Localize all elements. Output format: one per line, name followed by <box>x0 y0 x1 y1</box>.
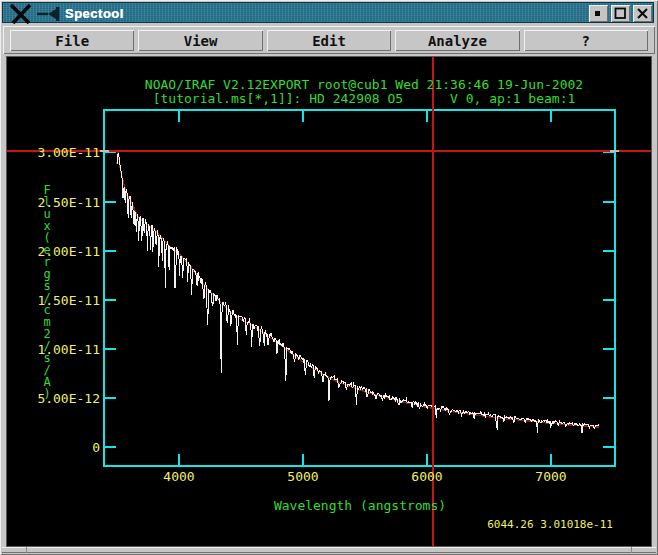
y-tick-label: 2.50E-11 <box>28 195 100 210</box>
plot-header-line2: [tutorial.ms[*,1]]: HD 242908 O5 V 0, ap… <box>153 91 576 106</box>
pushpin-icon <box>37 5 61 27</box>
menu-file[interactable]: File <box>10 30 134 51</box>
spectool-window: Spectool File View Edit Analyze ? NOAO/I… <box>0 0 658 555</box>
minimize-icon <box>592 7 605 20</box>
y-tick-label: 1.50E-11 <box>28 293 100 308</box>
x-tick-label: 4000 <box>163 469 194 484</box>
y-axis-title: Flux (ergs/cm2/s/A) <box>40 184 54 400</box>
plot-header-line1: NOAO/IRAF V2.12EXPORT root@cub1 Wed 21:3… <box>145 77 583 92</box>
maximize-button[interactable] <box>611 5 630 22</box>
window-title: Spectool <box>65 6 124 21</box>
menubar: File View Edit Analyze ? <box>3 26 655 54</box>
cursor-readout: 6044.26 3.01018e-11 <box>453 518 613 531</box>
menu-view[interactable]: View <box>138 30 262 51</box>
menu-analyze[interactable]: Analyze <box>395 30 519 51</box>
x-tick-label: 7000 <box>535 469 566 484</box>
x11-logo-icon[interactable] <box>9 4 33 28</box>
menu-edit[interactable]: Edit <box>267 30 391 51</box>
frame-notch <box>26 547 27 553</box>
frame-notch <box>631 547 632 553</box>
y-tick-label: 0 <box>28 440 100 455</box>
titlebar[interactable]: Spectool <box>2 2 654 23</box>
x-axis-title: Wavelength (angstroms) <box>274 498 446 513</box>
y-tick-label: 2.00E-11 <box>28 244 100 259</box>
x-tick-label: 6000 <box>411 469 442 484</box>
close-icon <box>636 7 649 20</box>
x-tick-label: 5000 <box>287 469 318 484</box>
window-bottom-frame[interactable] <box>2 547 656 553</box>
maximize-icon <box>614 7 627 20</box>
minimize-button[interactable] <box>589 5 608 22</box>
menu-help[interactable]: ? <box>524 30 648 51</box>
y-tick-label: 1.00E-11 <box>28 342 100 357</box>
y-tick-label: 5.00E-12 <box>28 391 100 406</box>
plot-canvas[interactable]: NOAO/IRAF V2.12EXPORT root@cub1 Wed 21:3… <box>7 57 651 546</box>
y-tick-label: 3.00E-11 <box>28 145 100 160</box>
close-button[interactable] <box>633 5 652 22</box>
